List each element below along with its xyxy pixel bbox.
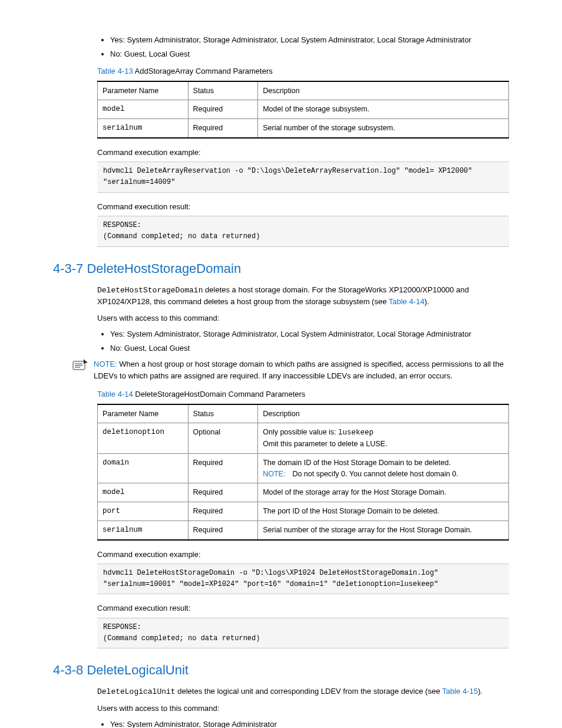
desc-code: lusekeep	[338, 429, 373, 437]
param-name: model	[98, 100, 189, 119]
intro-close: ).	[478, 687, 482, 696]
desc-line2: Omit this parameter to delete a LUSE.	[263, 440, 387, 448]
desc-line1: The domain ID of the Host Storage Domain…	[263, 459, 451, 467]
command-name: DeleteLogicalUnit	[97, 687, 176, 696]
access-list: Yes: System Administrator, Storage Admin…	[97, 34, 509, 60]
param-desc: The port ID of the Host Storage Domain t…	[258, 502, 509, 521]
note-icon	[72, 359, 88, 374]
desc-text: Only possible value is:	[263, 428, 338, 436]
table-row: model Required Model of the storage arra…	[98, 483, 509, 502]
intro-close: ).	[424, 297, 429, 306]
code-block: hdvmcli DeleteHostStorageDomain -o "D:\l…	[97, 564, 509, 594]
note-body: NOTE: When a host group or host storage …	[94, 358, 509, 381]
param-name: model	[98, 483, 189, 502]
access-label: Users with access to this command:	[97, 312, 509, 324]
param-status: Required	[188, 483, 258, 502]
intro-paragraph: DeleteHostStorageDomain deletes a host s…	[97, 284, 509, 308]
param-name: domain	[98, 453, 189, 483]
param-desc: Serial number of the storage array for t…	[258, 521, 509, 539]
addstoragearray-params-table: Parameter Name Status Description model …	[97, 81, 509, 139]
table-row: model Required Model of the storage subs…	[98, 100, 509, 119]
table-row: port Required The port ID of the Host St…	[98, 502, 509, 521]
desc-note-label: NOTE:	[263, 470, 285, 478]
param-status: Required	[188, 119, 258, 138]
access-list: Yes: System Administrator, Storage Admin…	[97, 719, 509, 728]
col-header: Status	[188, 81, 258, 100]
code-block: RESPONSE: (Command completed; no data re…	[97, 216, 509, 246]
note-block: NOTE: When a host group or host storage …	[72, 358, 509, 381]
access-list: Yes: System Administrator, Storage Admin…	[97, 328, 509, 354]
table-row: deletionoption Optional Only possible va…	[98, 423, 509, 454]
param-desc: Only possible value is: lusekeep Omit th…	[258, 423, 509, 454]
param-name: deletionoption	[98, 423, 189, 454]
table-caption: Table 4-14 DeleteStorageHostDomain Comma…	[97, 388, 509, 400]
col-header: Status	[188, 404, 258, 423]
param-desc: Model of the storage array for the Host …	[258, 483, 509, 502]
param-status: Required	[188, 453, 258, 483]
table-ref-link[interactable]: Table 4-15	[442, 687, 478, 696]
col-header: Description	[258, 404, 509, 423]
table-caption: Table 4-13 AddStorageArray Command Param…	[97, 65, 509, 77]
list-item: No: Guest, Local Guest	[110, 342, 509, 354]
table-header-row: Parameter Name Status Description	[98, 404, 509, 423]
table-ref-link[interactable]: Table 4-14	[97, 390, 133, 398]
param-name: port	[98, 502, 189, 521]
exec-result-label: Command execution result:	[97, 602, 509, 614]
table-ref-link[interactable]: Table 4-14	[389, 297, 425, 306]
param-name: serialnum	[98, 521, 189, 539]
col-header: Description	[258, 81, 509, 100]
table-row: serialnum Required Serial number of the …	[98, 521, 509, 539]
caption-text: AddStorageArray Command Parameters	[133, 67, 273, 75]
code-block: hdvmcli DeleteArrayReservation -o "D:\lo…	[97, 162, 509, 192]
exec-example-label: Command execution example:	[97, 147, 509, 159]
col-header: Parameter Name	[98, 404, 189, 423]
command-name: DeleteHostStorageDomain	[97, 286, 203, 295]
deletestoragehostdomain-params-table: Parameter Name Status Description deleti…	[97, 404, 509, 541]
col-header: Parameter Name	[98, 81, 189, 100]
param-status: Required	[188, 521, 258, 539]
table-row: serialnum Required Serial number of the …	[98, 119, 509, 138]
note-label: NOTE:	[94, 360, 117, 368]
access-label: Users with access to this command:	[97, 703, 509, 714]
list-item: Yes: System Administrator, Storage Admin…	[110, 328, 509, 340]
section-heading-438: 4-3-8 DeleteLogicalUnit	[53, 660, 509, 680]
param-status: Optional	[188, 423, 258, 454]
list-item: No: Guest, Local Guest	[110, 48, 509, 60]
code-block: RESPONSE: (Command completed; no data re…	[97, 618, 509, 648]
list-item: Yes: System Administrator, Storage Admin…	[110, 34, 509, 46]
param-status: Required	[188, 502, 258, 521]
table-header-row: Parameter Name Status Description	[98, 81, 509, 100]
section-heading-437: 4-3-7 DeleteHostStorageDomain	[53, 259, 509, 278]
caption-text: DeleteStorageHostDomain Command Paramete…	[133, 390, 306, 398]
param-status: Required	[188, 100, 258, 119]
exec-result-label: Command execution result:	[97, 201, 509, 213]
param-desc: The domain ID of the Host Storage Domain…	[258, 453, 509, 483]
table-row: domain Required The domain ID of the Hos…	[98, 453, 509, 483]
param-name: serialnum	[98, 119, 189, 138]
list-item: Yes: System Administrator, Storage Admin…	[110, 719, 509, 728]
intro-text: deletes the logical unit and correspondi…	[176, 687, 442, 696]
note-text: When a host group or host storage domain…	[94, 360, 504, 380]
table-ref-link[interactable]: Table 4-13	[97, 67, 133, 75]
exec-example-label: Command execution example:	[97, 549, 509, 561]
desc-note-text: Do not specify 0. You cannot delete host…	[292, 470, 458, 478]
param-desc: Serial number of the storage subsystem.	[258, 119, 509, 138]
param-desc: Model of the storage subsystem.	[258, 100, 509, 119]
intro-paragraph: DeleteLogicalUnit deletes the logical un…	[97, 686, 509, 698]
